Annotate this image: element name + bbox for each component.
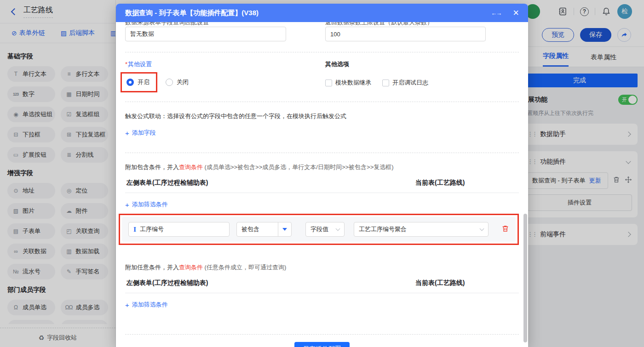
limit-input[interactable] xyxy=(325,27,486,41)
left-form-header: 左侧表单(工序过程检辅助表) xyxy=(126,179,415,187)
condition-field-input[interactable]: I 工序编号 xyxy=(128,222,230,237)
radio-off[interactable]: 关闭 xyxy=(166,78,189,86)
plus-icon: + xyxy=(125,201,129,209)
current-form-header: 当前表(工艺路线) xyxy=(415,179,519,187)
checkbox-debug-log[interactable]: 开启调试日志 xyxy=(382,79,428,87)
other-settings-label: *其他设置 xyxy=(125,60,325,68)
resize-icon[interactable]: ←→ xyxy=(491,10,501,17)
checkbox-icon[interactable] xyxy=(382,80,389,86)
add-filter-link[interactable]: + 添加筛选条件 xyxy=(125,301,168,309)
any-condition-intro: 附加任意条件，并入查询条件 (任意条件成立，即可通过查询) xyxy=(125,263,519,272)
radio-on[interactable]: 开启 xyxy=(126,78,150,86)
dashed-divider xyxy=(125,102,519,102)
required-mark: * xyxy=(125,61,127,68)
plus-icon: + xyxy=(125,301,129,309)
radio-selected-icon[interactable] xyxy=(126,79,134,86)
other-options-label: 其他选项 xyxy=(325,60,519,68)
plugin-config-modal: 数据查询 - 到子表单【功能插件配置】(V38) ←→ × 数据来源表单字段查询… xyxy=(116,4,528,347)
query-condition-link[interactable]: 查询条件 xyxy=(179,264,203,271)
chevron-down-icon xyxy=(480,227,484,231)
query-condition-link[interactable]: 查询条件 xyxy=(179,164,203,171)
current-form-header: 当前表(工艺路线) xyxy=(415,279,519,287)
save-plugin-config-button[interactable]: 保存插件配置 xyxy=(294,342,350,347)
clipped-label-left: 数据来源表单字段查询匹配设置 xyxy=(125,22,209,27)
delete-condition-icon[interactable] xyxy=(501,225,509,234)
text-field-icon: I xyxy=(133,226,136,233)
modal-header: 数据查询 - 到子表单【功能插件配置】(V38) ←→ × xyxy=(116,4,528,22)
add-field-link[interactable]: + 添加字段 xyxy=(125,129,156,137)
close-icon[interactable]: × xyxy=(513,8,519,17)
dashed-divider xyxy=(125,153,519,153)
operator-select[interactable]: 被包含 xyxy=(236,222,292,237)
checkbox-module-inherit[interactable]: 模块数据继承 xyxy=(325,79,371,87)
add-filter-link[interactable]: + 添加筛选条件 xyxy=(125,200,168,209)
dashed-divider xyxy=(125,334,519,335)
clipped-label-right: 返回数据条数上限设置（默认最大条数） xyxy=(325,22,433,27)
app-window: 工艺路线 ⊘ 表单外链 ▨ 后端脚本 ▥ 基础字段 T单行文本 ≡多行文本 12… xyxy=(0,0,644,347)
chevron-down-icon xyxy=(336,227,340,231)
no-data-input[interactable] xyxy=(125,27,286,41)
include-condition-intro: 附加包含条件，并入查询条件 (成员单选>>被包含>>成员多选，单行文本/日期时间… xyxy=(125,163,519,171)
modal-title: 数据查询 - 到子表单【功能插件配置】(V38) xyxy=(125,9,491,17)
annotation-box-condition: I 工序编号 被包含 字段值 工艺工序编号聚合 xyxy=(119,214,519,245)
value-type-select[interactable]: 字段值 xyxy=(305,222,345,237)
left-form-header: 左侧表单(工序过程检辅助表) xyxy=(126,279,415,287)
dropdown-arrow-icon[interactable] xyxy=(278,228,291,231)
plus-icon: + xyxy=(125,129,129,137)
radio-unselected-icon[interactable] xyxy=(166,79,173,86)
formula-trigger-hint: 触发公式联动：选择设有公式的字段中包含的任意一个字段，在模块执行后触发公式 xyxy=(125,112,519,120)
annotation-box-radio: 开启 xyxy=(121,72,157,92)
modal-body: 数据来源表单字段查询匹配设置 返回数据条数上限设置（默认最大条数） *其他设置 … xyxy=(116,22,528,347)
checkbox-icon[interactable] xyxy=(325,80,332,86)
value-select[interactable]: 工艺工序编号聚合 xyxy=(354,222,489,237)
condition-row: I 工序编号 被包含 字段值 工艺工序编号聚合 xyxy=(122,217,516,242)
modal-scrollbar[interactable] xyxy=(523,214,527,342)
clipped-labels: 数据来源表单字段查询匹配设置 返回数据条数上限设置（默认最大条数） xyxy=(125,22,519,27)
dashed-divider xyxy=(125,52,519,52)
